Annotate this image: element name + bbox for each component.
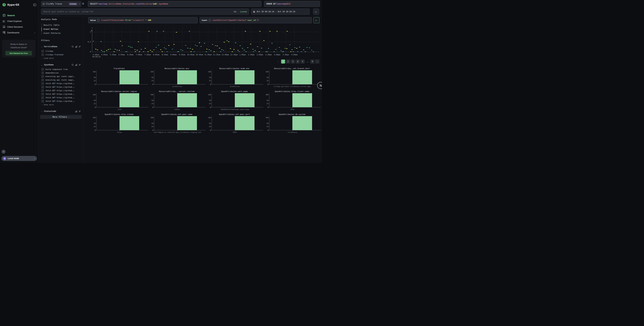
order-by-input[interactable]: ORDER BY Timestamp DESC — [264, 1, 320, 7]
delta-point — [269, 31, 270, 32]
filter-group-servicename[interactable]: ⌄ServiceName — [41, 45, 82, 48]
filter-option[interactable]: executing api route (app)… — [42, 78, 82, 82]
page-button-9[interactable]: 9 — [310, 60, 314, 64]
database-icon — [42, 3, 44, 5]
more-filters-button[interactable]: More filters⌄ — [40, 115, 82, 119]
pin-icon[interactable] — [78, 64, 81, 66]
attribute-chart-tracestate: TraceState10050250 — [91, 67, 147, 88]
filter-option[interactable]: fetch GET https://github.… — [42, 85, 82, 89]
filter-option[interactable]: fetch GET https://github.… — [42, 92, 82, 96]
filter-option[interactable]: fetch GET https://github.… — [42, 89, 82, 92]
y-axis-tick — [96, 77, 96, 78]
local-mode-menu[interactable]: U Local mode › — [1, 156, 37, 161]
select-query-input[interactable]: SELECT Timestamp, ServiceName, StatusCod… — [88, 1, 262, 7]
filter-panel: Analysis Mode Results TableEvent DeltasE… — [38, 16, 83, 163]
delta-point — [263, 40, 264, 41]
filter-option[interactable]: dependencies — [42, 71, 82, 75]
delta-point — [279, 47, 280, 48]
page-button-2[interactable]: 2 — [286, 60, 290, 64]
load-more-link[interactable]: ›Load more — [42, 57, 82, 60]
filter-option[interactable]: clickpy-frontend — [42, 53, 82, 57]
count-expression-input[interactable]: Count i countDistinct(SpanAttributes['us… — [200, 17, 312, 23]
filter-group-spanname[interactable]: ⌄SpanName — [41, 63, 82, 66]
get-started-button[interactable]: Get Started for Free — [6, 51, 32, 55]
filter-group-statuscode[interactable]: ›StatusCode — [41, 110, 82, 113]
bar-chart-icon[interactable] — [75, 46, 77, 48]
bar-chart-icon[interactable] — [75, 110, 77, 112]
checkbox[interactable] — [42, 86, 44, 88]
analysis-mode-option-event-deltas[interactable]: Event Deltas — [42, 27, 82, 31]
sidebar-item-dashboards[interactable]: Dashboards ⌄ — [0, 30, 38, 35]
checkbox[interactable] — [42, 68, 44, 71]
checkbox[interactable] — [42, 100, 44, 102]
sidebar-item-client-sessions[interactable]: Client Sessions — [0, 24, 38, 30]
y-axis-tick-label: 25 — [152, 80, 153, 82]
delta-point — [137, 50, 138, 50]
delta-point — [238, 51, 240, 52]
bar — [177, 70, 197, 84]
analysis-mode-option-event-patterns[interactable]: Event Patterns — [42, 31, 82, 35]
language-toggle-sql[interactable]: SQL — [234, 11, 237, 13]
x-axis-tick-label: 1:00pm — [239, 54, 246, 56]
bar-chart-icon[interactable] — [75, 64, 77, 66]
delta-point — [108, 49, 109, 50]
analysis-mode-option-results-table[interactable]: Results Table — [42, 23, 82, 27]
checkbox[interactable] — [42, 53, 44, 56]
sidebar-collapse-icon[interactable] — [33, 4, 36, 6]
y-axis-tick-label: 25 — [152, 103, 153, 104]
live-tail-button[interactable]: ▷ — [313, 9, 319, 15]
checkbox[interactable] — [42, 93, 44, 95]
filter-option[interactable]: clickpy — [42, 49, 82, 53]
delta-point — [110, 49, 111, 49]
delta-point — [276, 31, 278, 32]
delta-point — [194, 51, 195, 52]
x-axis-tick-label: 2:30pm — [265, 54, 272, 56]
pin-icon[interactable] — [78, 110, 81, 112]
filter-option[interactable]: fetch GET https://github.… — [42, 82, 82, 85]
delta-point — [130, 47, 131, 47]
sidebar-item-chart-explorer[interactable]: Chart Explorer — [0, 18, 38, 24]
filter-option[interactable]: fetch GET https://github.… — [42, 99, 82, 103]
page-button-5[interactable]: 5 — [300, 60, 305, 64]
value-expression-input[interactable]: Value i (countIf(StatusCode='Error')/cou… — [88, 17, 198, 23]
date-range-picker[interactable]: Oct 10 04:16:14 - Oct 10 16:16:14 — [251, 9, 310, 15]
page-ellipsis: … — [306, 60, 310, 64]
search-icon[interactable] — [72, 46, 74, 48]
source-select[interactable]: ClickPy Traces Schema ∧∨ — [41, 1, 81, 7]
page-button-1[interactable]: 1 — [281, 60, 285, 64]
checkbox[interactable] — [42, 96, 44, 99]
search-input[interactable]: Search your events w/ Lucene ex. column:… — [41, 9, 249, 15]
y-axis-tick-label: 25 — [94, 103, 96, 104]
delta-point — [138, 42, 139, 42]
checkbox[interactable] — [42, 50, 44, 52]
filter-option[interactable]: build component tree — [42, 68, 82, 71]
delta-point — [233, 49, 234, 50]
page-next-button[interactable]: › — [315, 60, 319, 64]
language-toggle-lucene[interactable]: Lucene — [240, 11, 247, 13]
sidebar-item-search[interactable]: Search — [0, 13, 38, 18]
help-button[interactable]: ? — [2, 150, 6, 154]
checkbox[interactable] — [42, 79, 44, 81]
filters-heading: Filters — [41, 39, 82, 42]
delta-point — [132, 47, 133, 48]
page-button-4[interactable]: 4 — [296, 60, 300, 64]
chart-plot: 10050250/dashboard/[package_name]/page — [212, 93, 261, 107]
filter-option[interactable]: executing api route (app)… — [42, 75, 82, 78]
event-deltas-plot[interactable]: 4:30am5:00am5:30am6:00am6:30am7:00am7:30… — [92, 27, 319, 52]
delta-point — [245, 31, 246, 32]
filter-option[interactable]: fetch GET https://github.… — [42, 96, 82, 99]
delta-point — [313, 51, 314, 52]
gridline — [148, 27, 148, 52]
show-more-link[interactable]: ›Show more — [42, 103, 82, 106]
checkbox[interactable] — [42, 75, 44, 78]
page-button-3[interactable]: 3 — [291, 60, 295, 64]
bar — [235, 116, 254, 130]
y-axis-tick — [154, 123, 154, 123]
checkbox[interactable] — [42, 89, 44, 92]
gear-icon[interactable]: ⚙ — [82, 2, 84, 5]
run-query-button[interactable]: ▷ — [314, 17, 320, 23]
search-icon[interactable] — [72, 64, 74, 66]
checkbox[interactable] — [42, 72, 44, 74]
pin-icon[interactable] — [78, 46, 81, 48]
checkbox[interactable] — [42, 82, 44, 85]
